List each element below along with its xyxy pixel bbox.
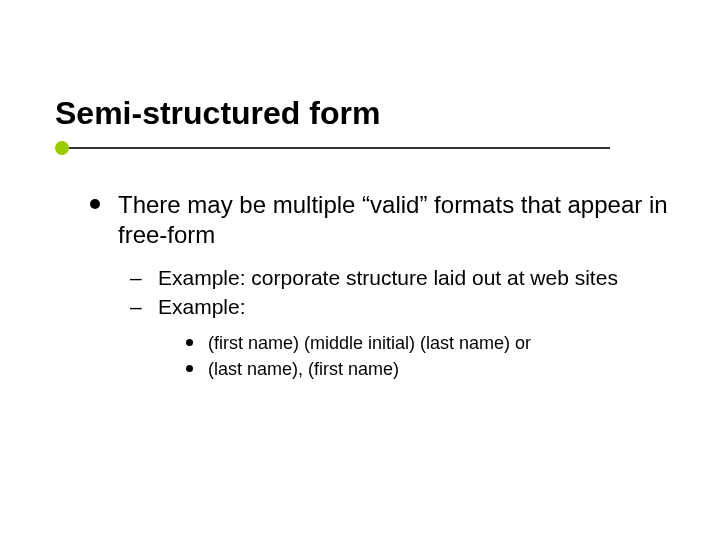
title-rule [55, 138, 610, 158]
disc-icon [90, 199, 100, 209]
bullet-lvl3: (last name), (first name) [186, 357, 670, 381]
bullet-lvl2-text: Example: [158, 295, 246, 318]
bullet-lvl3: (first name) (middle initial) (last name… [186, 331, 670, 355]
dash-icon: – [130, 264, 142, 291]
bullet-lvl2-text: Example: corporate structure laid out at… [158, 266, 618, 289]
content-area: There may be multiple “valid” formats th… [90, 190, 670, 383]
bullet-lvl2: – Example: [130, 293, 670, 320]
disc-icon [186, 339, 193, 346]
bullet-lvl3-text: (first name) (middle initial) (last name… [208, 333, 531, 353]
rule-line [59, 147, 610, 149]
disc-icon [186, 365, 193, 372]
bullet-lvl2: – Example: corporate structure laid out … [130, 264, 670, 291]
bullet-lvl3-text: (last name), (first name) [208, 359, 399, 379]
rule-dot-icon [55, 141, 69, 155]
bullet-lvl1-text: There may be multiple “valid” formats th… [118, 191, 668, 248]
bullet-lvl3-group: (first name) (middle initial) (last name… [186, 331, 670, 382]
bullet-lvl1: There may be multiple “valid” formats th… [90, 190, 670, 250]
bullet-lvl2-group: – Example: corporate structure laid out … [130, 264, 670, 381]
slide: Semi-structured form There may be multip… [0, 0, 720, 540]
dash-icon: – [130, 293, 142, 320]
slide-title: Semi-structured form [55, 95, 380, 132]
